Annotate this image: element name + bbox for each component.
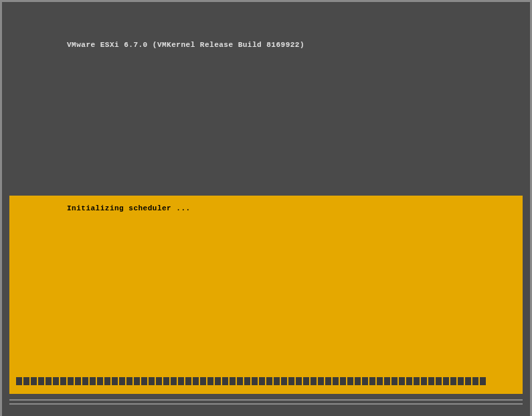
progress-tick (46, 377, 52, 385)
progress-tick (75, 377, 81, 385)
left-border (0, 0, 2, 416)
progress-tick (296, 377, 302, 385)
progress-tick (318, 377, 324, 385)
progress-tick (377, 377, 383, 385)
progress-tick (163, 377, 169, 385)
progress-tick (414, 377, 420, 385)
progress-tick (185, 377, 191, 385)
progress-tick (68, 377, 74, 385)
progress-tick (16, 377, 22, 385)
divider (9, 399, 523, 401)
progress-tick (391, 377, 397, 385)
progress-tick (406, 377, 412, 385)
boot-screen: VMware ESXi 6.7.0 (VMKernel Release Buil… (9, 5, 523, 394)
progress-tick (149, 377, 155, 385)
progress-tick (340, 377, 346, 385)
top-border (0, 0, 532, 2)
status-panel: Initializing scheduler ... (9, 196, 523, 394)
progress-tick (288, 377, 294, 385)
progress-tick (244, 377, 250, 385)
progress-tick (171, 377, 177, 385)
progress-tick (266, 377, 272, 385)
bottom-bar (9, 403, 523, 416)
progress-tick (333, 377, 339, 385)
progress-tick (421, 377, 427, 385)
progress-tick (399, 377, 405, 385)
progress-tick (347, 377, 353, 385)
progress-tick (222, 377, 228, 385)
progress-tick (303, 377, 309, 385)
status-message: Initializing scheduler ... (67, 204, 191, 212)
progress-tick (178, 377, 184, 385)
progress-tick (274, 377, 280, 385)
progress-tick (436, 377, 442, 385)
product-info-panel: VMware ESXi 6.7.0 (VMKernel Release Buil… (9, 5, 523, 196)
progress-tick (355, 377, 361, 385)
progress-tick (215, 377, 221, 385)
progress-tick (480, 377, 486, 385)
progress-tick (38, 377, 44, 385)
progress-tick (362, 377, 368, 385)
progress-tick (325, 377, 331, 385)
progress-tick (126, 377, 132, 385)
progress-tick (252, 377, 258, 385)
progress-tick (31, 377, 37, 385)
progress-tick (450, 377, 456, 385)
progress-tick (259, 377, 265, 385)
progress-tick (60, 377, 66, 385)
progress-tick (134, 377, 140, 385)
progress-bar (16, 377, 517, 385)
progress-tick (90, 377, 96, 385)
progress-tick (207, 377, 213, 385)
progress-tick (112, 377, 118, 385)
progress-tick (472, 377, 478, 385)
progress-tick (369, 377, 375, 385)
progress-tick (281, 377, 287, 385)
progress-tick (443, 377, 449, 385)
progress-tick (200, 377, 206, 385)
progress-tick (384, 377, 390, 385)
progress-tick (156, 377, 162, 385)
progress-tick (465, 377, 471, 385)
progress-tick (119, 377, 125, 385)
progress-tick (311, 377, 317, 385)
progress-tick (458, 377, 464, 385)
progress-tick (97, 377, 103, 385)
progress-tick (230, 377, 236, 385)
progress-tick (82, 377, 88, 385)
progress-tick (141, 377, 147, 385)
progress-tick (428, 377, 434, 385)
progress-tick (53, 377, 59, 385)
progress-tick (23, 377, 29, 385)
progress-tick (237, 377, 243, 385)
progress-tick (193, 377, 199, 385)
progress-tick (104, 377, 110, 385)
product-version-text: VMware ESXi 6.7.0 (VMKernel Release Buil… (67, 41, 304, 49)
